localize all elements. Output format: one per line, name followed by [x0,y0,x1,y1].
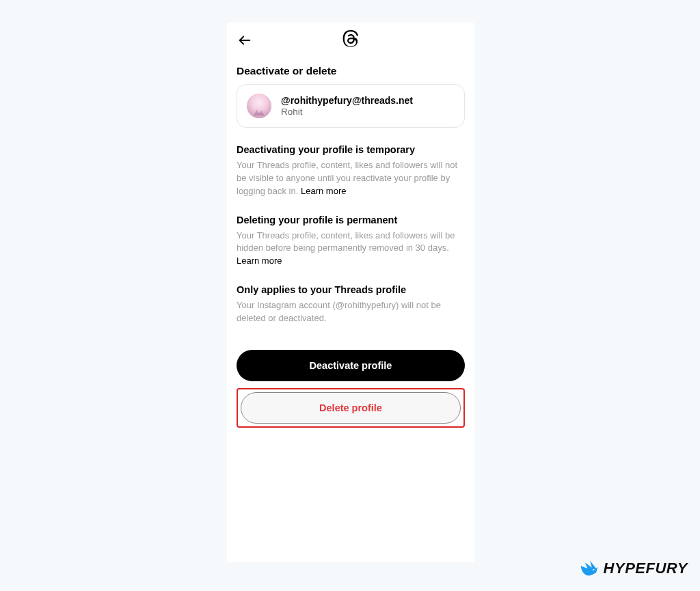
profile-display: Rohit [281,107,413,117]
delete-body-text: Your Threads profile, content, likes and… [237,230,455,253]
section-deactivate: Deactivating your profile is temporary Y… [237,144,465,198]
deactivate-body-text: Your Threads profile, content, likes and… [237,160,457,196]
page-title: Deactivate or delete [237,65,465,77]
threads-logo-icon [342,30,360,48]
applies-body: Your Instagram account (@rohithypefury) … [237,299,465,325]
section-delete: Deleting your profile is permanent Your … [237,215,465,269]
phone-frame: Deactivate or delete @rohithypefury@thre… [227,23,474,562]
highlight-frame: Delete profile [237,388,465,428]
hypefury-bird-icon [579,558,600,579]
watermark: HYPEFURY [579,558,688,579]
profile-text: @rohithypefury@threads.net Rohit [281,95,413,117]
arrow-left-icon [237,33,252,48]
delete-learn-more[interactable]: Learn more [237,256,282,266]
profile-handle: @rohithypefury@threads.net [281,95,413,106]
content: Deactivate or delete @rohithypefury@thre… [227,65,474,428]
avatar [247,94,271,118]
deactivate-learn-more[interactable]: Learn more [301,186,346,196]
back-button[interactable] [237,32,253,49]
delete-profile-button[interactable]: Delete profile [241,392,461,424]
svg-point-1 [593,569,594,571]
section-applies: Only applies to your Threads profile You… [237,284,465,325]
profile-card[interactable]: @rohithypefury@threads.net Rohit [237,84,465,128]
watermark-text: HYPEFURY [604,560,688,577]
delete-heading: Deleting your profile is permanent [237,215,465,225]
top-bar [227,23,474,55]
applies-heading: Only applies to your Threads profile [237,284,465,295]
deactivate-heading: Deactivating your profile is temporary [237,144,465,155]
deactivate-body: Your Threads profile, content, likes and… [237,159,465,198]
delete-body: Your Threads profile, content, likes and… [237,230,465,269]
deactivate-profile-button[interactable]: Deactivate profile [237,350,465,381]
